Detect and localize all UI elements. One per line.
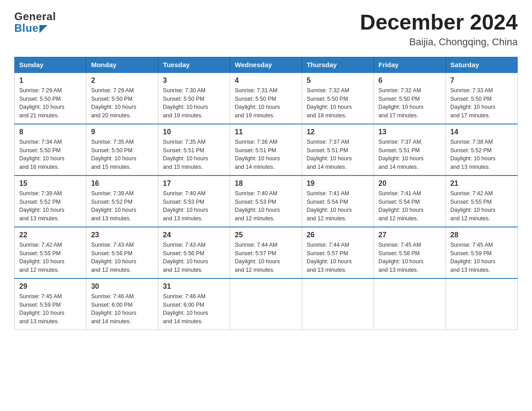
day-cell: 6Sunrise: 7:32 AM Sunset: 5:50 PM Daylig… xyxy=(374,73,446,124)
day-info: Sunrise: 7:31 AM Sunset: 5:50 PM Dayligh… xyxy=(235,86,297,120)
day-number: 2 xyxy=(91,77,153,85)
day-info: Sunrise: 7:37 AM Sunset: 5:51 PM Dayligh… xyxy=(378,138,441,171)
day-cell: 17Sunrise: 7:40 AM Sunset: 5:53 PM Dayli… xyxy=(158,176,230,227)
day-info: Sunrise: 7:45 AM Sunset: 5:58 PM Dayligh… xyxy=(378,241,441,274)
day-cell: 4Sunrise: 7:31 AM Sunset: 5:50 PM Daylig… xyxy=(230,73,302,124)
day-number: 30 xyxy=(91,283,153,291)
day-cell xyxy=(374,278,446,330)
header-row: SundayMondayTuesdayWednesdayThursdayFrid… xyxy=(15,57,518,73)
calendar-body: 1Sunrise: 7:29 AM Sunset: 5:50 PM Daylig… xyxy=(15,73,518,330)
day-number: 23 xyxy=(91,231,153,239)
day-info: Sunrise: 7:42 AM Sunset: 5:55 PM Dayligh… xyxy=(450,189,513,223)
day-info: Sunrise: 7:43 AM Sunset: 5:56 PM Dayligh… xyxy=(163,241,225,274)
day-number: 18 xyxy=(235,180,297,188)
day-number: 20 xyxy=(378,180,441,188)
day-cell: 20Sunrise: 7:41 AM Sunset: 5:54 PM Dayli… xyxy=(374,176,446,227)
day-info: Sunrise: 7:32 AM Sunset: 5:50 PM Dayligh… xyxy=(378,86,441,120)
header-cell-tuesday: Tuesday xyxy=(158,57,230,73)
day-cell: 21Sunrise: 7:42 AM Sunset: 5:55 PM Dayli… xyxy=(446,176,517,227)
day-cell: 15Sunrise: 7:39 AM Sunset: 5:52 PM Dayli… xyxy=(15,176,86,227)
day-cell: 29Sunrise: 7:45 AM Sunset: 5:59 PM Dayli… xyxy=(15,278,86,330)
week-row-2: 8Sunrise: 7:34 AM Sunset: 5:50 PM Daylig… xyxy=(15,124,518,176)
day-info: Sunrise: 7:39 AM Sunset: 5:52 PM Dayligh… xyxy=(91,189,153,223)
day-cell: 8Sunrise: 7:34 AM Sunset: 5:50 PM Daylig… xyxy=(15,124,86,176)
day-info: Sunrise: 7:43 AM Sunset: 5:56 PM Dayligh… xyxy=(91,241,153,274)
day-info: Sunrise: 7:29 AM Sunset: 5:50 PM Dayligh… xyxy=(19,86,82,120)
day-number: 8 xyxy=(19,128,82,136)
day-number: 29 xyxy=(19,283,82,291)
day-number: 9 xyxy=(91,128,153,136)
day-number: 27 xyxy=(378,231,441,239)
day-cell: 30Sunrise: 7:46 AM Sunset: 6:00 PM Dayli… xyxy=(86,278,158,330)
logo: General Blue xyxy=(14,11,56,34)
day-cell: 23Sunrise: 7:43 AM Sunset: 5:56 PM Dayli… xyxy=(86,227,158,278)
day-info: Sunrise: 7:30 AM Sunset: 5:50 PM Dayligh… xyxy=(163,86,225,120)
day-info: Sunrise: 7:35 AM Sunset: 5:50 PM Dayligh… xyxy=(91,138,153,171)
day-info: Sunrise: 7:33 AM Sunset: 5:50 PM Dayligh… xyxy=(450,86,513,120)
day-info: Sunrise: 7:40 AM Sunset: 5:53 PM Dayligh… xyxy=(163,189,225,223)
day-cell: 12Sunrise: 7:37 AM Sunset: 5:51 PM Dayli… xyxy=(302,124,373,176)
day-cell: 25Sunrise: 7:44 AM Sunset: 5:57 PM Dayli… xyxy=(230,227,302,278)
day-info: Sunrise: 7:40 AM Sunset: 5:53 PM Dayligh… xyxy=(235,189,297,223)
day-number: 26 xyxy=(307,231,369,239)
day-cell: 13Sunrise: 7:37 AM Sunset: 5:51 PM Dayli… xyxy=(374,124,446,176)
logo-blue-text: Blue xyxy=(14,22,39,34)
day-info: Sunrise: 7:46 AM Sunset: 6:00 PM Dayligh… xyxy=(163,292,225,326)
day-cell xyxy=(446,278,517,330)
calendar-title: December 2024 xyxy=(360,11,518,34)
day-number: 19 xyxy=(307,180,369,188)
day-cell: 18Sunrise: 7:40 AM Sunset: 5:53 PM Dayli… xyxy=(230,176,302,227)
week-row-3: 15Sunrise: 7:39 AM Sunset: 5:52 PM Dayli… xyxy=(15,176,518,227)
day-info: Sunrise: 7:37 AM Sunset: 5:51 PM Dayligh… xyxy=(307,138,369,171)
day-info: Sunrise: 7:41 AM Sunset: 5:54 PM Dayligh… xyxy=(307,189,369,223)
day-info: Sunrise: 7:46 AM Sunset: 6:00 PM Dayligh… xyxy=(91,292,153,326)
logo-general-text: General xyxy=(14,11,56,22)
day-info: Sunrise: 7:44 AM Sunset: 5:57 PM Dayligh… xyxy=(235,241,297,274)
day-number: 31 xyxy=(163,283,225,291)
day-info: Sunrise: 7:45 AM Sunset: 5:59 PM Dayligh… xyxy=(19,292,82,326)
page-header: General Blue December 2024 Baijia, Chong… xyxy=(14,11,518,48)
day-cell: 9Sunrise: 7:35 AM Sunset: 5:50 PM Daylig… xyxy=(86,124,158,176)
day-number: 12 xyxy=(307,128,369,136)
day-cell: 3Sunrise: 7:30 AM Sunset: 5:50 PM Daylig… xyxy=(158,73,230,124)
day-number: 15 xyxy=(19,180,82,188)
day-info: Sunrise: 7:45 AM Sunset: 5:59 PM Dayligh… xyxy=(450,241,513,274)
week-row-1: 1Sunrise: 7:29 AM Sunset: 5:50 PM Daylig… xyxy=(15,73,518,124)
day-info: Sunrise: 7:29 AM Sunset: 5:50 PM Dayligh… xyxy=(91,86,153,120)
header-cell-saturday: Saturday xyxy=(446,57,517,73)
day-number: 22 xyxy=(19,231,82,239)
svg-marker-0 xyxy=(39,25,47,33)
logo-triangle-icon xyxy=(39,25,47,33)
day-cell: 5Sunrise: 7:32 AM Sunset: 5:50 PM Daylig… xyxy=(302,73,373,124)
header-cell-monday: Monday xyxy=(86,57,158,73)
day-info: Sunrise: 7:36 AM Sunset: 5:51 PM Dayligh… xyxy=(235,138,297,171)
day-number: 1 xyxy=(19,77,82,85)
day-info: Sunrise: 7:38 AM Sunset: 5:52 PM Dayligh… xyxy=(450,138,513,171)
day-info: Sunrise: 7:34 AM Sunset: 5:50 PM Dayligh… xyxy=(19,138,82,171)
day-number: 14 xyxy=(450,128,513,136)
day-info: Sunrise: 7:42 AM Sunset: 5:55 PM Dayligh… xyxy=(19,241,82,274)
day-number: 11 xyxy=(235,128,297,136)
header-cell-wednesday: Wednesday xyxy=(230,57,302,73)
day-cell: 11Sunrise: 7:36 AM Sunset: 5:51 PM Dayli… xyxy=(230,124,302,176)
day-number: 25 xyxy=(235,231,297,239)
day-number: 3 xyxy=(163,77,225,85)
day-number: 13 xyxy=(378,128,441,136)
day-number: 21 xyxy=(450,180,513,188)
day-info: Sunrise: 7:41 AM Sunset: 5:54 PM Dayligh… xyxy=(378,189,441,223)
day-cell: 26Sunrise: 7:44 AM Sunset: 5:57 PM Dayli… xyxy=(302,227,373,278)
day-cell: 19Sunrise: 7:41 AM Sunset: 5:54 PM Dayli… xyxy=(302,176,373,227)
day-info: Sunrise: 7:44 AM Sunset: 5:57 PM Dayligh… xyxy=(307,241,369,274)
day-cell: 24Sunrise: 7:43 AM Sunset: 5:56 PM Dayli… xyxy=(158,227,230,278)
day-info: Sunrise: 7:32 AM Sunset: 5:50 PM Dayligh… xyxy=(307,86,369,120)
calendar-table: SundayMondayTuesdayWednesdayThursdayFrid… xyxy=(14,57,518,330)
day-cell: 27Sunrise: 7:45 AM Sunset: 5:58 PM Dayli… xyxy=(374,227,446,278)
day-info: Sunrise: 7:35 AM Sunset: 5:51 PM Dayligh… xyxy=(163,138,225,171)
day-number: 4 xyxy=(235,77,297,85)
header-cell-friday: Friday xyxy=(374,57,446,73)
header-cell-thursday: Thursday xyxy=(302,57,373,73)
title-block: December 2024 Baijia, Chongqing, China xyxy=(360,11,518,48)
day-cell: 1Sunrise: 7:29 AM Sunset: 5:50 PM Daylig… xyxy=(15,73,86,124)
day-number: 24 xyxy=(163,231,225,239)
day-cell: 22Sunrise: 7:42 AM Sunset: 5:55 PM Dayli… xyxy=(15,227,86,278)
